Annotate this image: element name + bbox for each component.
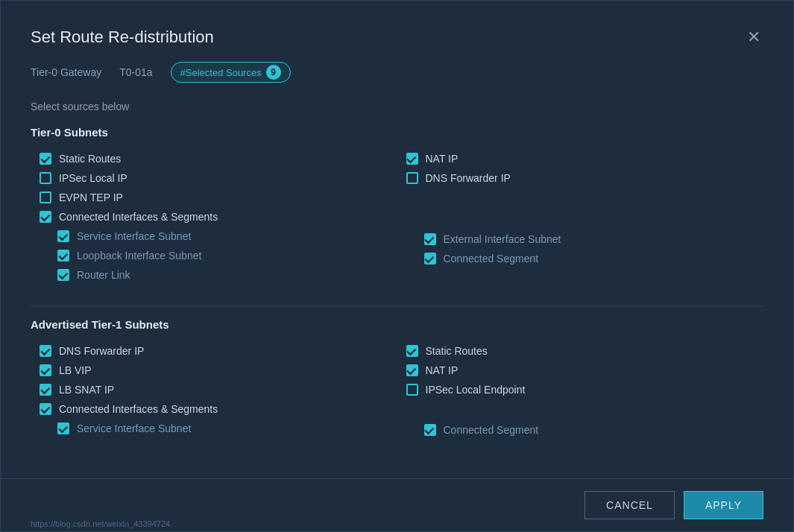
list-item: Connected Segment bbox=[397, 420, 764, 440]
checkbox-lb-vip[interactable] bbox=[40, 364, 51, 376]
tier1-section-title: Advertised Tier-1 Subnets bbox=[31, 318, 763, 331]
subtitle-row: Tier-0 Gateway T0-01a #Selected Sources … bbox=[31, 62, 763, 83]
label-lb-vip: LB VIP bbox=[59, 364, 92, 376]
apply-button[interactable]: APPLY bbox=[684, 491, 763, 519]
tier1-right-col: Static Routes NAT IP IPSec Local Endpoin… bbox=[397, 341, 764, 440]
checkbox-evpn-tep-ip[interactable] bbox=[40, 191, 51, 203]
label-ipsec-local-ip: IPSec Local IP bbox=[59, 172, 127, 184]
list-item: Connected Interfaces & Segments bbox=[31, 207, 397, 227]
cancel-button[interactable]: CANCEL bbox=[585, 491, 675, 519]
list-item: Service Interface Subnet bbox=[31, 419, 397, 438]
list-item: DNS Forwarder IP bbox=[397, 168, 764, 188]
list-item-empty2 bbox=[397, 209, 764, 229]
divider bbox=[31, 305, 763, 306]
list-item: Static Routes bbox=[397, 341, 764, 361]
label-dns-forwarder-ip: DNS Forwarder IP bbox=[426, 172, 511, 184]
select-sources-label: Select sources below bbox=[31, 101, 763, 113]
checkbox-nat-ip[interactable] bbox=[406, 153, 418, 165]
tier0-right-col: NAT IP DNS Forwarder IP External Interfa… bbox=[397, 149, 764, 285]
checkbox-connected-segment-t0[interactable] bbox=[424, 253, 436, 265]
checkbox-static-routes[interactable] bbox=[40, 153, 51, 165]
checkbox-loopback-interface-subnet[interactable] bbox=[57, 250, 69, 262]
checkbox-t1-connected-interfaces[interactable] bbox=[40, 403, 51, 415]
list-item: IPSec Local IP bbox=[31, 168, 397, 188]
checkbox-t1-connected-segment[interactable] bbox=[424, 424, 436, 436]
label-t1-connected-segment: Connected Segment bbox=[444, 424, 539, 436]
list-item: LB VIP bbox=[31, 361, 397, 380]
list-item: External Interface Subnet bbox=[397, 229, 764, 249]
selected-sources-label: #Selected Sources bbox=[180, 67, 262, 78]
modal-title: Set Route Re-distribution bbox=[31, 28, 214, 47]
modal-header: Set Route Re-distribution ✕ bbox=[31, 25, 763, 50]
list-item: Service Interface Subnet bbox=[31, 227, 397, 246]
list-item: Static Routes bbox=[31, 149, 397, 168]
tier0-section-title: Tier-0 Subnets bbox=[31, 126, 763, 139]
checkbox-router-link[interactable] bbox=[57, 269, 69, 281]
label-loopback-interface-subnet: Loopback Interface Subnet bbox=[77, 250, 201, 262]
tier1-two-col: DNS Forwarder IP LB VIP LB SNAT IP Conne… bbox=[31, 341, 763, 440]
label-connected-interfaces: Connected Interfaces & Segments bbox=[59, 211, 218, 223]
list-item: IPSec Local Endpoint bbox=[397, 380, 764, 399]
label-t1-service-interface-subnet: Service Interface Subnet bbox=[77, 422, 191, 434]
label-t1-connected-interfaces: Connected Interfaces & Segments bbox=[59, 403, 218, 415]
label-evpn-tep-ip: EVPN TEP IP bbox=[59, 191, 123, 203]
checkbox-t1-nat-ip[interactable] bbox=[406, 364, 418, 376]
gateway-name: T0-01a bbox=[119, 66, 152, 78]
tier0-left-col: Static Routes IPSec Local IP EVPN TEP IP… bbox=[31, 149, 397, 285]
tier0-section: Tier-0 Subnets Static Routes IPSec Local… bbox=[31, 126, 763, 285]
checkbox-t1-static-routes[interactable] bbox=[406, 345, 418, 357]
tier1-left-col: DNS Forwarder IP LB VIP LB SNAT IP Conne… bbox=[31, 341, 397, 440]
tier1-section: Advertised Tier-1 Subnets DNS Forwarder … bbox=[31, 318, 763, 440]
list-item: Connected Segment bbox=[397, 249, 764, 268]
selected-count: 9 bbox=[266, 65, 281, 80]
label-t1-dns-forwarder-ip: DNS Forwarder IP bbox=[59, 345, 144, 357]
selected-badge[interactable]: #Selected Sources 9 bbox=[171, 62, 291, 83]
label-service-interface-subnet: Service Interface Subnet bbox=[77, 230, 191, 242]
close-button[interactable]: ✕ bbox=[744, 25, 763, 50]
list-item-empty3 bbox=[397, 399, 764, 420]
modal: Set Route Re-distribution ✕ Tier-0 Gatew… bbox=[0, 0, 794, 532]
label-connected-segment-t0: Connected Segment bbox=[444, 253, 539, 265]
list-item: EVPN TEP IP bbox=[31, 188, 397, 207]
label-router-link: Router Link bbox=[77, 269, 130, 281]
list-item: NAT IP bbox=[397, 361, 764, 380]
label-t1-static-routes: Static Routes bbox=[426, 345, 488, 357]
checkbox-lb-snat-ip[interactable] bbox=[40, 384, 51, 396]
label-lb-snat-ip: LB SNAT IP bbox=[59, 384, 114, 396]
watermark: https://blog.csdn.net/weixin_43394724 bbox=[31, 519, 170, 528]
checkbox-ipsec-local-endpoint[interactable] bbox=[406, 384, 418, 396]
checkbox-service-interface-subnet[interactable] bbox=[57, 230, 69, 242]
label-nat-ip: NAT IP bbox=[426, 153, 459, 165]
list-item: NAT IP bbox=[397, 149, 764, 168]
checkbox-connected-interfaces[interactable] bbox=[40, 211, 51, 223]
gateway-label: Tier-0 Gateway bbox=[31, 66, 101, 78]
list-item: Loopback Interface Subnet bbox=[31, 246, 397, 265]
label-external-interface-subnet: External Interface Subnet bbox=[444, 233, 561, 245]
tier0-two-col: Static Routes IPSec Local IP EVPN TEP IP… bbox=[31, 149, 763, 285]
list-item: DNS Forwarder IP bbox=[31, 341, 397, 361]
label-t1-nat-ip: NAT IP bbox=[426, 364, 459, 376]
list-item: Router Link bbox=[31, 265, 397, 285]
list-item: LB SNAT IP bbox=[31, 380, 397, 399]
checkbox-dns-forwarder-ip[interactable] bbox=[406, 172, 418, 184]
list-item: Connected Interfaces & Segments bbox=[31, 399, 397, 419]
label-ipsec-local-endpoint: IPSec Local Endpoint bbox=[426, 384, 526, 396]
checkbox-t1-service-interface-subnet[interactable] bbox=[57, 422, 69, 434]
checkbox-t1-dns-forwarder-ip[interactable] bbox=[40, 345, 51, 357]
list-item-empty bbox=[397, 188, 764, 209]
checkbox-external-interface-subnet[interactable] bbox=[424, 233, 436, 245]
checkbox-ipsec-local-ip[interactable] bbox=[40, 172, 51, 184]
label-static-routes: Static Routes bbox=[59, 153, 121, 165]
